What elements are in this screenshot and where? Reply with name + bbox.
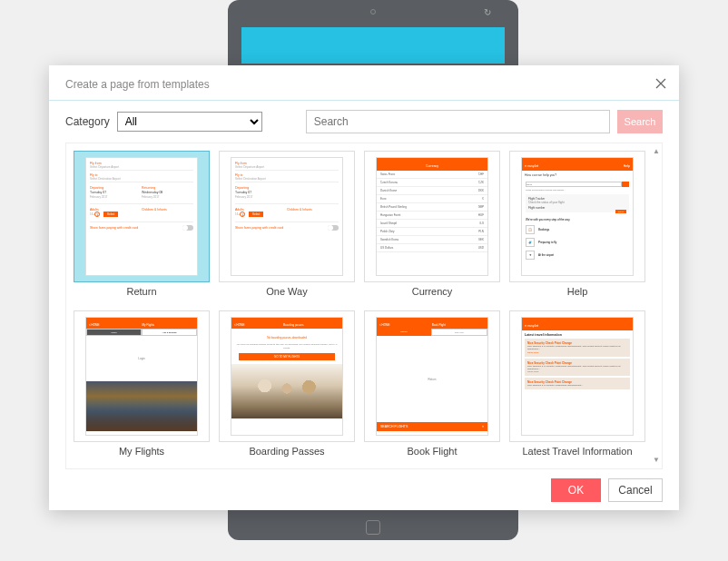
template-book-flight[interactable]: < HOMEBook Flight ReturnOne Way Return S… — [364, 310, 500, 461]
templates-grid: Fly from Select Departure Airport Fly to… — [66, 143, 662, 468]
dialog-title: Create a page from templates — [65, 78, 663, 91]
template-one-way[interactable]: Fly from Select Departure Airport Fly to… — [219, 151, 355, 301]
template-label: My Flights — [119, 446, 164, 457]
scroll-down-icon[interactable]: ▼ — [653, 456, 660, 465]
template-label: Currency — [412, 286, 453, 297]
tablet-screen — [241, 27, 505, 64]
filter-bar: Category All Search — [49, 101, 679, 143]
template-currency[interactable]: Currency Swiss FrancCHF Czech KorunaCZK … — [364, 151, 500, 301]
scrollbar[interactable]: ▲ ▼ — [653, 147, 660, 465]
template-latest-travel[interactable]: ≡ easyJet Latest travel information Nice… — [509, 310, 645, 461]
cancel-button[interactable]: Cancel — [608, 478, 663, 502]
template-return[interactable]: Fly from Select Departure Airport Fly to… — [74, 151, 210, 301]
search-button[interactable]: Search — [617, 110, 663, 133]
dialog-footer: OK Cancel — [49, 469, 679, 511]
template-help[interactable]: ≡ easyJetHelp How can we help you? relat… — [509, 151, 645, 301]
templates-area: Fly from Select Departure Airport Fly to… — [65, 143, 663, 469]
category-label: Category — [65, 115, 110, 128]
template-boarding-passes[interactable]: < HOMEBoarding passes No boarding passes… — [219, 310, 355, 461]
tablet-camera-dot — [370, 9, 376, 15]
template-label: Return — [126, 286, 156, 297]
template-dialog: Create a page from templates Category Al… — [49, 65, 679, 510]
category-select[interactable]: All — [117, 112, 262, 132]
refresh-icon[interactable]: ↻ — [484, 7, 491, 17]
close-button[interactable] — [654, 76, 668, 91]
template-label: Book Flight — [407, 446, 457, 457]
template-label: Boarding Passes — [249, 446, 324, 457]
search-input[interactable] — [306, 110, 610, 133]
template-label: Help — [567, 286, 588, 297]
scroll-up-icon[interactable]: ▲ — [653, 147, 660, 156]
template-label: Latest Travel Information — [522, 446, 632, 457]
template-my-flights[interactable]: < HOMEMy Flights LoginAdd a booking Logi… — [74, 310, 210, 461]
tablet-home-button[interactable] — [366, 520, 380, 535]
close-icon — [654, 76, 668, 91]
ok-button[interactable]: OK — [551, 478, 601, 502]
template-label: One Way — [266, 286, 307, 297]
